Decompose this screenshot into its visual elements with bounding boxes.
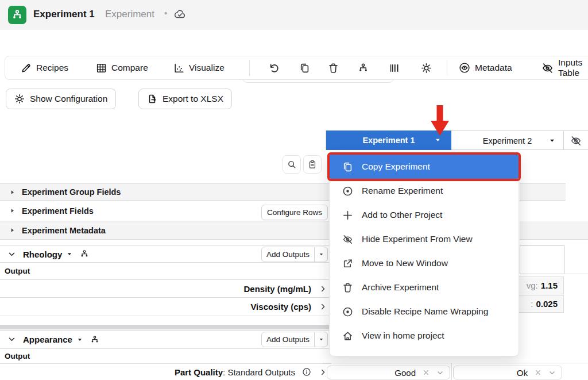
menu-item-disable-recipe-name-wrapping[interactable]: Disable Recipe Name Wrapping: [330, 300, 519, 324]
clear-icon[interactable]: [535, 369, 541, 376]
menu-item-label: Copy Experiment: [362, 162, 430, 172]
menu-item-archive-experiment[interactable]: Archive Experiment: [330, 275, 519, 300]
chevron-right-icon[interactable]: [319, 369, 327, 376]
caret-down-icon[interactable]: [435, 137, 441, 143]
viscosity-row[interactable]: Viscosity (cps): [0, 298, 331, 316]
add-outputs-caret[interactable]: [314, 247, 328, 262]
info-icon[interactable]: [302, 367, 311, 377]
gear-icon: [14, 94, 25, 104]
section-title: Rheology: [23, 250, 62, 259]
eye-circle-icon: [459, 62, 470, 74]
row-experiment-group-fields[interactable]: Experiment Group Fields: [0, 183, 331, 201]
menu-item-label: Add to Other Project: [362, 210, 442, 220]
table-border: [564, 274, 588, 274]
menu-item-label: View in home project: [362, 331, 444, 341]
show-configuration-button[interactable]: Show Configuration: [6, 89, 116, 109]
experiment-tabs: Experiment 1 Experiment 2: [326, 130, 588, 150]
row-experiment-metadata[interactable]: Experiment Metadata: [0, 221, 331, 240]
tab-label: Experiment 2: [483, 136, 532, 145]
part-quality-row[interactable]: Part Quality: Standard Outputs: [0, 364, 331, 380]
avg-label: vg:: [527, 281, 538, 290]
sitemap-button[interactable]: [356, 61, 370, 75]
chevron-down-icon[interactable]: [8, 336, 16, 343]
chevron-down-icon[interactable]: [548, 369, 556, 377]
table-row-fragment: [520, 183, 566, 201]
app-window: Experiment 1 Experiment • File Edit Samp…: [0, 0, 588, 380]
sitemap-icon[interactable]: [80, 250, 89, 259]
menu-item-move-to-new-window[interactable]: Move to New Window: [330, 251, 519, 275]
inputs-table-toggle[interactable]: Inputs Table: [541, 56, 588, 79]
caret-down-icon[interactable]: [67, 251, 72, 257]
hide-experiments-toggle[interactable]: [564, 131, 588, 150]
row-label: Experiment Group Fields: [22, 187, 121, 197]
viscosity-avg-cell: : 0.025: [519, 295, 564, 313]
visualize-button[interactable]: Visualize: [173, 56, 225, 79]
part-quality-select-exp2[interactable]: Ok: [453, 366, 562, 379]
trash-button[interactable]: [326, 61, 340, 75]
row-label: Experiment Fields: [22, 206, 94, 216]
copy-button[interactable]: [297, 61, 311, 75]
table-border: [323, 363, 588, 363]
menu-item-rename-experiment[interactable]: Rename Experiment: [330, 179, 519, 203]
menu-item-hide-experiment[interactable]: Hide Experiment From View: [330, 227, 519, 251]
menu-item-view-in-home-project[interactable]: View in home project: [330, 324, 519, 348]
chevron-down-icon[interactable]: [436, 369, 444, 377]
plus-icon: [342, 210, 353, 221]
home-icon: [342, 331, 353, 341]
window-title: Experiment 1: [33, 9, 95, 20]
output-name: Part Quality: [175, 367, 223, 377]
recipes-label: Recipes: [36, 63, 68, 73]
export-xlsx-button[interactable]: Export to XLSX: [138, 89, 232, 109]
title-bar: Experiment 1 Experiment •: [0, 0, 588, 30]
part-quality-select-exp1[interactable]: Good: [327, 366, 450, 379]
recipes-button[interactable]: Recipes: [21, 56, 68, 79]
menu-item-label: Rename Experiment: [362, 186, 443, 196]
toolbar-divider: [447, 60, 447, 76]
table-cell-empty: [520, 245, 564, 274]
window-subtitle: Experiment: [105, 9, 154, 20]
menu-item-label: Hide Experiment From View: [362, 234, 473, 244]
add-outputs-caret[interactable]: [314, 332, 328, 347]
caret-down-icon[interactable]: [549, 137, 555, 144]
output-label: Output: [5, 267, 30, 275]
caret-down-icon[interactable]: [77, 337, 83, 343]
output-header-row: Output: [0, 263, 331, 280]
undo-button[interactable]: [267, 61, 281, 75]
density-avg-cell: vg: 1.15: [519, 277, 564, 294]
gear-button[interactable]: [419, 61, 433, 75]
file-export-icon: [147, 94, 157, 104]
select-value: Good: [394, 368, 416, 378]
annotation-arrow: [430, 103, 450, 137]
clipboard-button[interactable]: [303, 155, 322, 174]
avg-value: 0.025: [536, 299, 558, 309]
clear-icon[interactable]: [423, 369, 430, 376]
export-xlsx-label: Export to XLSX: [163, 94, 223, 104]
cloud-sync-icon: [173, 9, 187, 21]
table-border: [451, 363, 452, 380]
toolbar-divider: [249, 60, 250, 76]
compare-label: Compare: [111, 63, 148, 73]
inputs-table-label: Inputs Table: [558, 57, 588, 78]
table-row-fragment: [520, 221, 588, 240]
density-row[interactable]: Density (mg/mL): [0, 280, 331, 298]
chevron-down-icon[interactable]: [8, 251, 16, 258]
chevron-right-icon[interactable]: [319, 303, 327, 310]
tab-experiment-2[interactable]: Experiment 2: [451, 131, 564, 150]
copy-icon: [342, 162, 353, 172]
section-title: Appearance: [23, 335, 72, 344]
avg-label: :: [531, 299, 533, 309]
menu-item-copy-experiment[interactable]: Copy Experiment: [330, 155, 519, 179]
show-configuration-label: Show Configuration: [30, 94, 107, 104]
metadata-toggle[interactable]: Metadata: [459, 56, 512, 79]
sitemap-icon[interactable]: [90, 335, 99, 344]
chevron-right-icon[interactable]: [319, 285, 327, 293]
add-outputs-button[interactable]: Add Outputs: [261, 332, 315, 347]
toolbar: Recipes Compare Visualize: [5, 56, 588, 80]
search-button[interactable]: [283, 155, 301, 174]
compare-button[interactable]: Compare: [96, 56, 148, 79]
add-outputs-button[interactable]: Add Outputs: [261, 247, 315, 262]
barcode-button[interactable]: [387, 61, 401, 75]
configure-rows-button[interactable]: Configure Rows: [261, 205, 328, 220]
menu-item-add-to-other-project[interactable]: Add to Other Project: [330, 203, 519, 227]
section-divider: [0, 325, 331, 329]
